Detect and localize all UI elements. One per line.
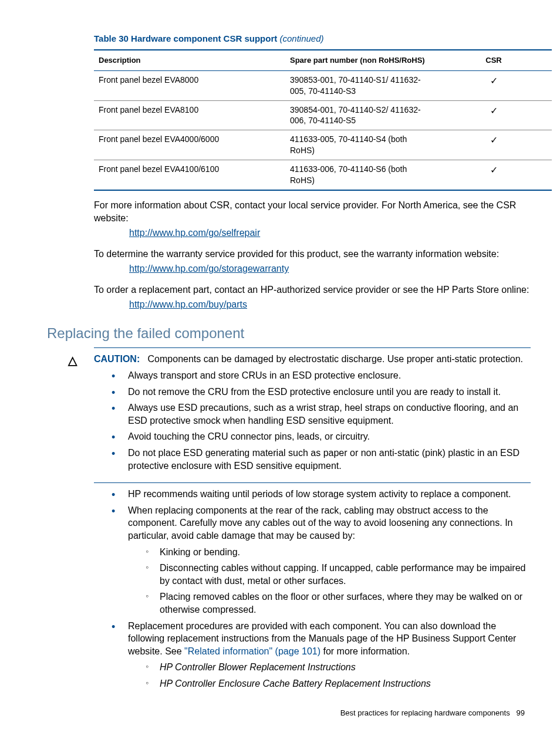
- caution-label: CAUTION:: [94, 354, 140, 364]
- csr-table: Description Spare part number (non RoHS/…: [94, 49, 552, 191]
- table-row: Front panel bezel EVA4000/6000411633-005…: [94, 130, 552, 160]
- cell-description: Front panel bezel EVA4000/6000: [94, 130, 285, 160]
- main-bullet-list: HP recommends waiting until periods of l…: [112, 488, 531, 690]
- table-row: Front panel bezel EVA4100/6100411633-006…: [94, 160, 552, 190]
- table-row: Front panel bezel EVA8000390853-001, 70-…: [94, 70, 552, 100]
- bullet-text-post: for more information.: [321, 646, 410, 656]
- cell-spare: 411633-006, 70-41140-S6 (both RoHS): [285, 160, 436, 190]
- list-item: Always transport and store CRUs in an ES…: [112, 369, 531, 382]
- list-item: HP recommends waiting until periods of l…: [112, 488, 531, 501]
- related-info-xref[interactable]: "Related information" (page 101): [184, 646, 321, 656]
- th-spare: Spare part number (non RoHS/RoHS): [285, 50, 436, 70]
- cell-spare: 390853-001, 70-41140-S1/ 411632-005, 70-…: [285, 70, 436, 100]
- sub-list-item: HP Controller Blower Replacement Instruc…: [146, 661, 531, 674]
- table-caption-main: Table 30 Hardware component CSR support: [94, 33, 277, 43]
- parts-info-paragraph: To order a replacement part, contact an …: [94, 283, 531, 296]
- bullet-text: When replacing components at the rear of…: [128, 505, 513, 541]
- page-number: 99: [517, 708, 525, 717]
- table-row: Front panel bezel EVA8100390854-001, 70-…: [94, 100, 552, 130]
- list-item: Do not place ESD generating material suc…: [112, 447, 531, 472]
- warranty-info-paragraph: To determine the warranty service provid…: [94, 248, 531, 261]
- sub-list-item: HP Controller Enclosure Cache Battery Re…: [146, 677, 531, 690]
- caution-bullet-list: Always transport and store CRUs in an ES…: [112, 369, 531, 472]
- table-caption: Table 30 Hardware component CSR support …: [94, 33, 531, 45]
- table-caption-continued: (continued): [279, 33, 323, 43]
- cell-spare: 411633-005, 70-41140-S4 (both RoHS): [285, 130, 436, 160]
- th-description: Description: [94, 50, 285, 70]
- list-item: When replacing components at the rear of…: [112, 504, 531, 616]
- selfrepair-link[interactable]: http://www.hp.com/go/selfrepair: [129, 228, 260, 238]
- cell-csr: ✓: [436, 130, 552, 160]
- cell-spare: 390854-001, 70-41140-S2/ 411632-006, 70-…: [285, 100, 436, 130]
- page-footer: Best practices for replacing hardware co…: [29, 708, 531, 718]
- footer-text: Best practices for replacing hardware co…: [340, 708, 510, 717]
- sub-list-item: Placing removed cables on the floor or o…: [146, 590, 531, 616]
- caution-icon: △: [68, 353, 77, 369]
- cell-csr: ✓: [436, 70, 552, 100]
- list-item: Do not remove the CRU from the ESD prote…: [112, 386, 531, 399]
- caution-block: △ CAUTION: Components can be damaged by …: [94, 347, 531, 483]
- caution-text: Components can be damaged by electrostat…: [148, 354, 523, 364]
- storagewarranty-link[interactable]: http://www.hp.com/go/storagewarranty: [129, 264, 289, 274]
- sub-list-item: Disconnecting cables without capping. If…: [146, 562, 531, 587]
- cell-description: Front panel bezel EVA8000: [94, 70, 285, 100]
- cell-description: Front panel bezel EVA4100/6100: [94, 160, 285, 190]
- csr-info-paragraph: For more information about CSR, contact …: [94, 199, 531, 224]
- list-item: Avoid touching the CRU connector pins, l…: [112, 430, 531, 443]
- th-csr: CSR: [436, 50, 552, 70]
- sub-list-item: Kinking or bending.: [146, 546, 531, 559]
- sub-bullet-list: Kinking or bending.Disconnecting cables …: [146, 546, 531, 616]
- cell-description: Front panel bezel EVA8100: [94, 100, 285, 130]
- list-item: Replacement procedures are provided with…: [112, 620, 531, 690]
- parts-link[interactable]: http://www.hp.com/buy/parts: [129, 299, 247, 309]
- list-item: Always use ESD precautions, such as a wr…: [112, 401, 531, 427]
- cell-csr: ✓: [436, 160, 552, 190]
- section-heading: Replacing the failed component: [47, 324, 531, 343]
- cell-csr: ✓: [436, 100, 552, 130]
- sub-bullet-list: HP Controller Blower Replacement Instruc…: [146, 661, 531, 690]
